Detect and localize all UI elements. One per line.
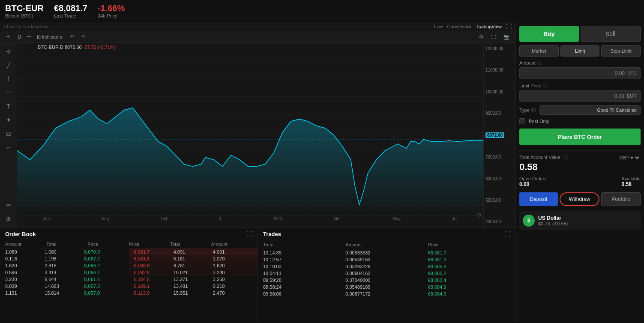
table-row: 8,109.113.4810.210 <box>129 283 258 290</box>
view-candlestick-btn[interactable]: Candlestick <box>447 24 472 29</box>
list-item: 10:12:570.00549163€8,081.3 <box>258 256 515 263</box>
text-tool[interactable]: T <box>5 101 12 111</box>
market-order-tab[interactable]: Market <box>519 45 559 57</box>
symbol: BTC-EUR <box>5 3 44 13</box>
currency-amount: $0.73 (£0.58) <box>538 221 568 226</box>
type-select[interactable]: Good Til Cancelled Good Till Date Immedi… <box>539 105 641 115</box>
svg-marker-10 <box>17 108 483 214</box>
trades-expand[interactable]: ⛶ <box>504 230 510 237</box>
line-tool[interactable]: ╱ <box>5 60 12 70</box>
chart-info: BTC-EUR D 8072.60 -57.70 (-0.71%) <box>17 43 483 51</box>
settings-btn[interactable]: ⚙ <box>476 33 486 41</box>
brush-tool[interactable]: 〰 <box>4 87 13 98</box>
change-label: 24h Price <box>98 13 125 18</box>
indicators-btn[interactable]: ⊞ Indicators <box>34 33 65 41</box>
view-tradingview-btn[interactable]: TradingView <box>476 24 502 29</box>
table-row: 1.13115.8148,057.0 <box>0 290 129 296</box>
available-value: 0.58 <box>622 181 641 187</box>
header: BTC-EUR Bitcoin (BTC) €8,081.7 Last Trad… <box>0 0 644 22</box>
available-label: Available <box>622 176 641 181</box>
ticker: BTC-EUR Bitcoin (BTC) <box>5 3 44 18</box>
price-axis: 12000.00 11000.00 10000.00 9000.00 8072.… <box>483 43 515 227</box>
open-orders-label: Open Orders <box>519 176 547 181</box>
currency-selector[interactable]: GBP ▾ EUR USD <box>618 155 641 161</box>
table-row: 8,081.85.1611.070 <box>129 255 258 262</box>
price-change: -1.66% <box>98 3 125 13</box>
main-layout: Chart by TradingView Line Candlestick Tr… <box>0 22 644 322</box>
total-account-value-label: Total Account Value ⓘ <box>519 154 568 161</box>
list-item: 10:10:030.03293228€8,085.6 <box>258 263 515 270</box>
cursor-tool[interactable]: ⊹ <box>4 46 13 57</box>
open-orders-block: Open Orders 0.00 <box>519 176 547 187</box>
account-info-icon[interactable]: ⓘ <box>563 155 568 160</box>
portfolio-button[interactable]: Portfolio <box>601 192 641 206</box>
account-sub: Open Orders 0.00 Available 0.58 <box>519 176 641 187</box>
list-item: 09:58:240.05489189€8,084.9 <box>258 284 515 290</box>
ob-bids: 1.0801.0808,070.9 0.1181.1988,067.7 1.62… <box>0 248 129 296</box>
trades-panel: Trades ⛶ Time Amount Price 10:14:350.009… <box>258 228 515 322</box>
channel-tool[interactable]: ⌇ <box>5 74 12 84</box>
pattern-tool[interactable]: ✦ <box>4 115 13 125</box>
order-book-expand[interactable]: ⛶ <box>246 230 252 237</box>
account-label: Total Account Value ⓘ GBP ▾ EUR USD <box>519 154 641 161</box>
chart-toolbar: ✛ D 〜 ⊞ Indicators ↶ ↷ ⚙ ⛶ 📷 <box>0 31 515 43</box>
chart-period: D <box>60 45 65 50</box>
limit-info-icon[interactable]: ⓘ <box>543 83 547 89</box>
chart-expand-btn[interactable]: ⛶ <box>488 33 498 40</box>
trades-columns: Time Amount Price <box>258 240 515 249</box>
ob-rows: 1.0801.0808,070.9 0.1181.1988,067.7 1.62… <box>0 248 258 296</box>
limit-price-input[interactable] <box>523 93 624 99</box>
crosshair-tool[interactable]: ✛ <box>3 33 12 41</box>
measure-tool[interactable]: ⊟ <box>4 129 13 139</box>
type-info-icon[interactable]: ⓘ <box>531 107 536 114</box>
buy-button[interactable]: Buy <box>519 26 579 42</box>
chart-by-label: Chart by TradingView <box>3 24 48 29</box>
withdraw-button[interactable]: Withdraw <box>560 192 600 206</box>
undo-btn[interactable]: ↶ <box>67 33 76 41</box>
list-item: 10:14:350.00933532€8,081.7 <box>258 249 515 256</box>
view-line-btn[interactable]: Line <box>434 24 443 29</box>
amount-field-row: Amount ⓘ BTC <box>519 60 641 79</box>
chart-settings-icon[interactable]: ⚙ <box>477 212 482 218</box>
post-only-checkbox[interactable] <box>519 118 525 124</box>
chart-inner: BTC-EUR D 8072.60 -57.70 (-0.71%) <box>17 43 483 227</box>
annotation-tool[interactable]: ✏ <box>4 200 13 210</box>
x-axis: Jun Aug Oct 3 2020 Mar May Jul <box>17 215 483 224</box>
available-block: Available 0.58 <box>622 176 641 187</box>
redo-btn[interactable]: ↷ <box>79 33 88 41</box>
trades-title: Trades <box>263 231 281 237</box>
table-row: 1.6202.8188,066.2 <box>0 262 129 269</box>
list-item: 10:04:110.00604162€8,080.2 <box>258 270 515 277</box>
limit-order-tab[interactable]: Limit <box>560 45 600 57</box>
screenshot-btn[interactable]: 📷 <box>501 33 512 41</box>
period-selector[interactable]: D <box>15 33 24 41</box>
sell-button[interactable]: Sell <box>581 26 641 42</box>
action-buttons: Deposit Withdraw Portfolio <box>519 192 641 206</box>
fullscreen-btn[interactable]: ⛶ <box>506 23 512 30</box>
stop-limit-order-tab[interactable]: Stop-Limit <box>601 45 641 57</box>
price-chart <box>17 51 483 214</box>
place-order-button[interactable]: Place BTC Order <box>519 129 641 145</box>
chart-change: -57.70 (-0.71%) <box>83 45 116 50</box>
deposit-button[interactable]: Deposit <box>519 192 558 206</box>
list-item: 09:58:060.00877172€8,084.9 <box>258 290 515 297</box>
buy-sell-tabs: Buy Sell <box>519 26 641 42</box>
zoom-tool[interactable]: ⊕ <box>4 214 13 224</box>
back-btn[interactable]: ← <box>4 142 13 153</box>
amount-info-icon[interactable]: ⓘ <box>537 60 542 66</box>
table-row: 0.1181.1988,067.7 <box>0 255 129 262</box>
table-row: 1.0801.0808,070.9 <box>0 248 129 255</box>
chart-view-toggles: Line Candlestick TradingView ⛶ <box>434 23 512 30</box>
order-type-tabs: Market Limit Stop-Limit <box>519 45 641 57</box>
last-price: €8,081.7 <box>54 3 87 13</box>
list-item: 09:59:280.37040000€8,083.4 <box>258 277 515 284</box>
order-book: Order Book ⛶ Amount Total Price Price To… <box>0 228 258 322</box>
bottom-panels: Order Book ⛶ Amount Total Price Price To… <box>0 227 515 322</box>
post-only-row: Post Only <box>519 118 641 124</box>
crosshair-price-label: 8072.60 <box>485 132 514 138</box>
amount-input[interactable] <box>523 70 625 76</box>
ticker-name: Bitcoin (BTC) <box>5 13 44 18</box>
chart-area: Chart by TradingView Line Candlestick Tr… <box>0 22 515 322</box>
right-panel: Buy Sell Market Limit Stop-Limit Amount … <box>515 22 644 322</box>
drawing-tools: ⊹ ╱ ⌇ 〰 T ✦ ⊟ ← ✏ ⊕ <box>0 43 17 227</box>
